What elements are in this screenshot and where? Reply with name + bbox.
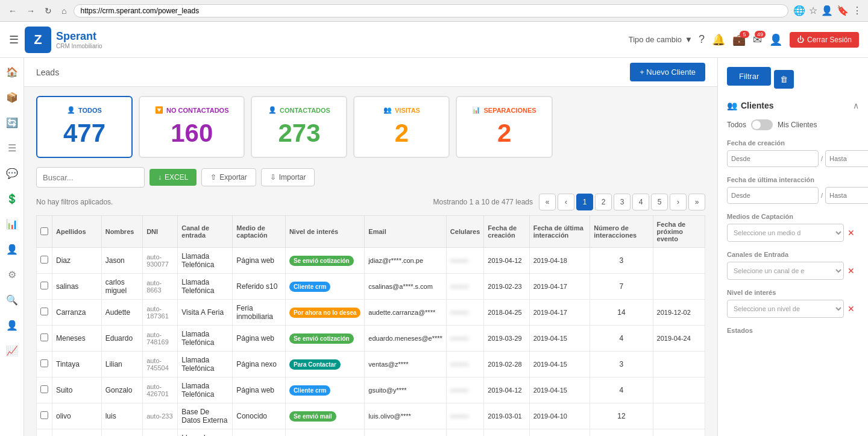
- fecha-creacion-hasta[interactable]: [825, 150, 868, 167]
- nivel-badge[interactable]: Se envió cotización: [289, 256, 354, 266]
- back-button[interactable]: ←: [6, 5, 19, 17]
- clear-canales[interactable]: ✕: [846, 265, 856, 277]
- fecha-creacion-desde[interactable]: [727, 150, 819, 167]
- sidebar-chart[interactable]: 📊: [4, 216, 20, 232]
- clientes-toggle: Todos Mis Clientes: [727, 119, 859, 130]
- select-all-checkbox[interactable]: [40, 227, 48, 235]
- mail-button[interactable]: ✉ 49: [753, 33, 762, 46]
- reload-button[interactable]: ↻: [42, 5, 54, 17]
- pagination-last[interactable]: »: [688, 194, 705, 210]
- hamburger-button[interactable]: ☰: [9, 33, 19, 46]
- row-checkbox[interactable]: [37, 300, 52, 326]
- clients-toggle-switch[interactable]: [751, 119, 773, 130]
- clear-nivel[interactable]: ✕: [846, 303, 856, 315]
- sidebar-home[interactable]: 🏠: [4, 64, 20, 80]
- nivel-badge[interactable]: Para Contactar: [289, 359, 341, 370]
- pagination-2[interactable]: 2: [595, 194, 612, 210]
- notification-button[interactable]: 🔔: [712, 33, 725, 46]
- row-check-2[interactable]: [40, 308, 48, 315]
- import-label: Importar: [279, 173, 306, 182]
- row-check-4[interactable]: [40, 359, 48, 367]
- briefcase-button[interactable]: 💼 5: [732, 33, 746, 46]
- nivel-badge[interactable]: Cliente crm: [289, 385, 330, 396]
- row-checkbox[interactable]: [37, 248, 52, 274]
- sidebar-settings[interactable]: ⚙: [5, 267, 19, 283]
- tipo-cambio-menu[interactable]: Tipo de cambio ▼: [629, 35, 693, 44]
- row-nivel: Se envió cotización: [285, 326, 364, 352]
- pagination-first[interactable]: «: [539, 194, 556, 210]
- stat-no-contactados[interactable]: 🔽 NO CONTACTADOS 160: [139, 96, 245, 158]
- row-checkbox[interactable]: [37, 403, 52, 429]
- row-celular: ••••••••: [446, 378, 484, 403]
- row-num-interacciones: 4: [590, 326, 653, 352]
- mis-clientes-label: Mis Clientes: [778, 121, 817, 129]
- row-checkbox[interactable]: [37, 352, 52, 378]
- pagination: « ‹ 1 2 3 4 5 › »: [539, 194, 705, 210]
- medios-captacion-select[interactable]: Seleccione un medio d: [727, 224, 844, 242]
- clear-medios[interactable]: ✕: [846, 227, 856, 239]
- row-ultima-interaccion: 2019-04-10: [529, 403, 590, 429]
- pagination-next[interactable]: ›: [670, 194, 687, 210]
- sidebar-user[interactable]: 👤: [4, 241, 20, 257]
- sidebar-currency[interactable]: 💲: [4, 191, 20, 207]
- row-celular: ••••••••: [446, 352, 484, 378]
- row-checkbox[interactable]: [37, 326, 52, 352]
- help-button[interactable]: ?: [699, 33, 705, 46]
- nivel-interes-select[interactable]: Seleccione un nivel de: [727, 300, 844, 318]
- nivel-badge[interactable]: Se envió mail: [289, 411, 336, 422]
- row-check-0[interactable]: [40, 256, 48, 264]
- row-check-3[interactable]: [40, 333, 48, 341]
- row-proximo-evento: 2019-04-24: [653, 326, 705, 352]
- export-button[interactable]: ⇧ Exportar: [201, 168, 256, 186]
- sidebar-packages[interactable]: 📦: [4, 89, 20, 106]
- sidebar-analytics[interactable]: 📈: [4, 343, 20, 359]
- row-check-1[interactable]: [40, 282, 48, 289]
- fecha-interaccion-hasta[interactable]: [825, 187, 868, 204]
- excel-button[interactable]: ↓ EXCEL: [149, 169, 197, 186]
- search-input[interactable]: [36, 167, 145, 188]
- nuevo-cliente-button[interactable]: + Nuevo Cliente: [630, 63, 705, 81]
- filtrar-button[interactable]: Filtrar: [727, 67, 771, 86]
- pagination-5[interactable]: 5: [651, 194, 668, 210]
- home-button[interactable]: ⌂: [59, 5, 69, 17]
- stat-visitas[interactable]: 👥 VISITAS 2: [353, 96, 450, 158]
- row-check-6[interactable]: [40, 411, 48, 419]
- stat-separaciones[interactable]: 📊 SEPARACIONES 2: [456, 96, 552, 158]
- sidebar-profile[interactable]: 👤: [4, 317, 20, 333]
- row-checkbox[interactable]: [37, 378, 52, 403]
- bookmark-icon[interactable]: 🔖: [837, 5, 849, 16]
- nivel-badge[interactable]: Se envió cotización: [289, 333, 354, 344]
- extension-icon[interactable]: 🌐: [793, 5, 805, 16]
- canales-entrada-select[interactable]: Selecione un canal de e: [727, 262, 844, 280]
- filter-collapse-button[interactable]: ∧: [853, 101, 859, 110]
- stat-contactados[interactable]: 👤 CONTACTADOS 273: [251, 96, 347, 158]
- pagination-prev[interactable]: ‹: [558, 194, 574, 210]
- row-check-5[interactable]: [40, 385, 48, 393]
- cerrar-sesion-button[interactable]: ⏻ Cerrar Sesión: [790, 32, 859, 48]
- col-num-interacciones: Número de interacciones: [590, 216, 653, 248]
- user-button[interactable]: 👤: [769, 33, 782, 46]
- delete-filter-button[interactable]: 🗑: [774, 70, 794, 89]
- row-nombres: EKS: [101, 429, 142, 437]
- stat-todos[interactable]: 👤 TODOS 477: [36, 96, 133, 158]
- profile-icon[interactable]: 👤: [821, 5, 833, 16]
- col-medio: Medio de captación: [233, 216, 286, 248]
- sidebar-chat[interactable]: 💬: [4, 165, 20, 182]
- menu-icon[interactable]: ⋮: [852, 5, 862, 16]
- nivel-badge[interactable]: Por ahora no lo desea: [289, 308, 360, 318]
- sidebar-list[interactable]: ☰: [5, 140, 19, 156]
- nivel-badge[interactable]: Cliente crm: [289, 282, 330, 292]
- star-icon[interactable]: ☆: [809, 5, 817, 16]
- url-bar[interactable]: [74, 4, 788, 17]
- pagination-3[interactable]: 3: [614, 194, 631, 210]
- fecha-interaccion-desde[interactable]: [727, 187, 819, 204]
- pagination-4[interactable]: 4: [632, 194, 649, 210]
- sidebar-search[interactable]: 🔍: [4, 292, 20, 308]
- row-checkbox[interactable]: [37, 429, 52, 437]
- sidebar-sync[interactable]: 🔄: [4, 115, 20, 131]
- toggle-knob: [752, 121, 761, 129]
- import-button[interactable]: ⇩ Importar: [261, 168, 315, 186]
- pagination-1[interactable]: 1: [576, 194, 593, 210]
- row-checkbox[interactable]: [37, 274, 52, 300]
- forward-button[interactable]: →: [24, 5, 37, 17]
